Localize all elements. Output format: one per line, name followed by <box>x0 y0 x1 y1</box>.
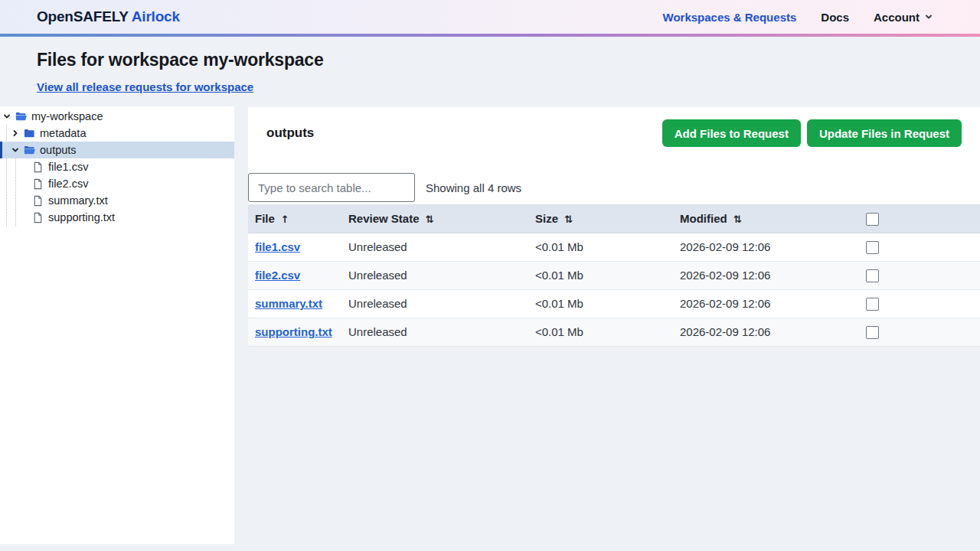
file-icon <box>32 178 44 190</box>
chevron-down-icon <box>11 145 20 155</box>
column-header-review-state[interactable]: Review State⇅ <box>341 204 528 233</box>
content-header: outputs Add Files to Request Update File… <box>248 107 980 173</box>
account-label: Account <box>874 11 920 24</box>
file-link-file2-csv[interactable]: file2.csv <box>255 269 300 282</box>
brand-airlock: Airlock <box>132 8 180 24</box>
folder-open-icon <box>24 145 35 156</box>
tree-item-label: file1.csv <box>48 161 88 173</box>
sort-asc-icon: ↑ <box>281 214 289 225</box>
row-checkbox[interactable] <box>866 269 879 282</box>
tree-item-label: metadata <box>40 127 86 139</box>
search-input[interactable] <box>248 173 415 202</box>
tree-item-label: summary.txt <box>48 194 108 207</box>
tree-item-supporting-txt[interactable]: supporting.txt <box>0 209 234 226</box>
size-cell: <0.01 Mb <box>528 318 673 346</box>
file-link-file1-csv[interactable]: file1.csv <box>255 240 300 253</box>
chevron-down-icon <box>2 112 11 121</box>
file-icon <box>32 212 44 223</box>
table-row: supporting.txt Unreleased <0.01 Mb 2026-… <box>248 318 980 346</box>
column-header-modified[interactable]: Modified⇅ <box>673 204 849 233</box>
review-state-cell: Unreleased <box>341 289 528 318</box>
table-row: file2.csv Unreleased <0.01 Mb 2026-02-09… <box>248 261 980 289</box>
row-checkbox[interactable] <box>866 298 879 311</box>
table-row: file1.csv Unreleased <0.01 Mb 2026-02-09… <box>248 233 980 261</box>
select-all-checkbox[interactable] <box>866 213 879 226</box>
brand-opensafely: OpenSAFELY <box>37 8 128 24</box>
chevron-down-icon <box>925 13 933 21</box>
tree-item-file2-csv[interactable]: file2.csv <box>0 175 234 192</box>
tree-item-label: supporting.txt <box>48 211 115 223</box>
add-files-button[interactable]: Add Files to Request <box>662 119 801 147</box>
page-title: Files for workspace my-workspace <box>37 50 943 70</box>
sort-icon: ⇅ <box>426 214 434 225</box>
column-header-size[interactable]: Size⇅ <box>528 204 673 233</box>
tree-item-outputs[interactable]: outputs <box>0 142 234 158</box>
table-row: summary.txt Unreleased <0.01 Mb 2026-02-… <box>248 289 980 318</box>
tree-item-label: file2.csv <box>48 178 88 190</box>
account-menu[interactable]: Account <box>874 11 933 24</box>
tree-item-metadata[interactable]: metadata <box>0 125 234 142</box>
table-controls: Showing all 4 rows <box>248 173 980 202</box>
content-title: outputs <box>266 126 314 141</box>
file-link-summary-txt[interactable]: summary.txt <box>255 297 322 310</box>
size-cell: <0.01 Mb <box>528 289 673 318</box>
file-link-supporting-txt[interactable]: supporting.txt <box>255 325 332 338</box>
tree-item-file1-csv[interactable]: file1.csv <box>0 158 234 175</box>
folder-open-icon <box>15 111 27 122</box>
tree-item-label: outputs <box>40 144 77 156</box>
modified-cell: 2026-02-09 12:06 <box>673 289 849 318</box>
column-header-select-all <box>849 204 980 233</box>
sort-icon: ⇅ <box>564 214 573 225</box>
review-state-cell: Unreleased <box>341 318 528 346</box>
tree-item-label: my-workspace <box>31 110 103 122</box>
app-logo[interactable]: OpenSAFELY Airlock <box>37 8 180 25</box>
review-state-cell: Unreleased <box>341 233 528 261</box>
size-cell: <0.01 Mb <box>528 233 673 261</box>
column-header-file[interactable]: File↑ <box>248 204 341 233</box>
files-table: File↑ Review State⇅ Size⇅ Modified⇅ file… <box>248 204 980 347</box>
row-checkbox[interactable] <box>866 326 879 339</box>
tree-item-my-workspace[interactable]: my-workspace <box>0 108 234 125</box>
file-icon <box>32 195 44 207</box>
navbar: OpenSAFELY Airlock Workspaces & Requests… <box>0 0 980 34</box>
row-checkbox[interactable] <box>866 241 879 254</box>
nav-link-workspaces-requests[interactable]: Workspaces & Requests <box>663 11 797 24</box>
action-buttons: Add Files to Request Update Files in Req… <box>662 119 962 147</box>
update-files-button[interactable]: Update Files in Request <box>807 119 962 147</box>
file-icon <box>32 161 44 173</box>
row-count-text: Showing all 4 rows <box>426 181 521 194</box>
size-cell: <0.01 Mb <box>528 261 673 289</box>
chevron-right-icon <box>11 129 20 138</box>
table-header-row: File↑ Review State⇅ Size⇅ Modified⇅ <box>248 204 980 233</box>
folder-closed-icon <box>24 128 35 139</box>
file-tree-sidebar: my-workspace metadata outputs file1.csv … <box>0 106 234 544</box>
sort-icon: ⇅ <box>733 214 742 225</box>
tree-item-summary-txt[interactable]: summary.txt <box>0 192 234 209</box>
view-release-requests-link[interactable]: View all release requests for workspace <box>37 80 253 93</box>
nav-links: Workspaces & Requests Docs Account <box>663 11 933 24</box>
modified-cell: 2026-02-09 12:06 <box>673 233 849 261</box>
main-content-panel: outputs Add Files to Request Update File… <box>248 107 980 347</box>
page-header: Files for workspace my-workspace View al… <box>0 37 980 94</box>
nav-link-docs[interactable]: Docs <box>821 11 849 24</box>
modified-cell: 2026-02-09 12:06 <box>673 318 849 346</box>
review-state-cell: Unreleased <box>341 261 528 289</box>
modified-cell: 2026-02-09 12:06 <box>673 261 849 289</box>
